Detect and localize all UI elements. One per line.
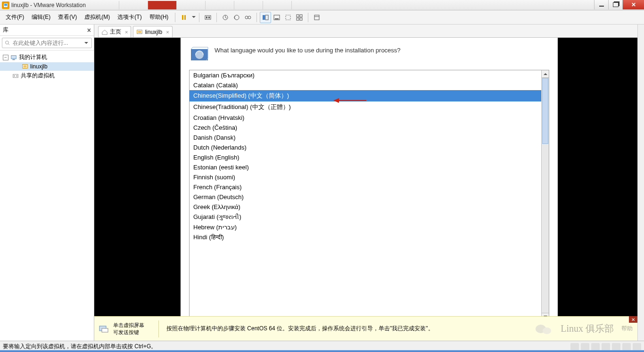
- vm-viewport[interactable]: What language would you like to use duri…: [94, 38, 644, 352]
- bg-tab: [119, 1, 148, 9]
- content-area: 主页 × linuxjlb × What language would: [94, 25, 644, 352]
- pause-button[interactable]: [178, 12, 190, 23]
- language-item[interactable]: English (English): [190, 152, 541, 162]
- fullscreen-button[interactable]: [282, 12, 294, 23]
- language-item[interactable]: Dutch (Nederlands): [190, 142, 541, 152]
- device-icon[interactable]: [570, 343, 579, 351]
- hint-close-icon[interactable]: ✕: [629, 316, 637, 323]
- svg-rect-17: [300, 15, 302, 17]
- menu-vm[interactable]: 虚拟机(M): [81, 11, 114, 23]
- tree-collapse-icon[interactable]: −: [3, 55, 8, 60]
- manage-snapshot-button[interactable]: [242, 12, 254, 23]
- language-item[interactable]: Estonian (eesti keel): [190, 162, 541, 172]
- svg-rect-19: [300, 18, 302, 20]
- tree-root[interactable]: − 我的计算机: [0, 52, 94, 62]
- installer-window: What language would you like to use duri…: [181, 38, 558, 352]
- unity-button[interactable]: [294, 12, 305, 23]
- menu-file[interactable]: 文件(F): [2, 11, 28, 23]
- scroll-thumb[interactable]: [542, 78, 548, 144]
- language-item[interactable]: Hindi (हिन्दी): [190, 232, 541, 243]
- tab-home[interactable]: 主页 ×: [98, 26, 131, 37]
- show-console-button[interactable]: [260, 12, 271, 23]
- language-scrollbar[interactable]: [541, 70, 549, 320]
- minimize-button[interactable]: [594, 0, 608, 9]
- device-icon[interactable]: [622, 343, 631, 351]
- thumbnail-view-button[interactable]: [271, 12, 282, 23]
- tree-shared-label: 共享的虚拟机: [21, 72, 55, 80]
- hint-help-label[interactable]: 帮助: [621, 325, 633, 333]
- svg-rect-5: [206, 17, 207, 18]
- separator: [158, 320, 159, 337]
- menu-help[interactable]: 帮助(H): [146, 11, 173, 23]
- svg-rect-32: [138, 31, 141, 33]
- search-box[interactable]: [2, 38, 92, 48]
- device-icon[interactable]: [602, 343, 610, 351]
- tab-home-label: 主页: [110, 28, 121, 36]
- bg-tab: [91, 1, 119, 9]
- svg-point-10: [248, 16, 251, 19]
- svg-rect-38: [102, 328, 108, 332]
- menu-tabs[interactable]: 选项卡(T): [114, 11, 145, 23]
- revert-snapshot-button[interactable]: [231, 12, 242, 23]
- language-item[interactable]: Catalan (Català): [190, 80, 541, 90]
- language-item[interactable]: Gujarati (ગુજરાતી): [190, 212, 541, 222]
- scroll-up-icon[interactable]: [542, 70, 549, 78]
- language-list-container: Bulgarian (Български)Catalan (Català)Chi…: [189, 70, 549, 321]
- power-dropdown[interactable]: [191, 15, 196, 20]
- language-item[interactable]: Greek (Ελληνικά): [190, 202, 541, 212]
- bg-tab: [234, 1, 263, 9]
- language-item[interactable]: German (Deutsch): [190, 192, 541, 202]
- language-item[interactable]: Croatian (Hrvatski): [190, 113, 541, 123]
- device-icon[interactable]: [612, 343, 620, 351]
- language-list[interactable]: Bulgarian (Български)Catalan (Català)Chi…: [190, 70, 541, 320]
- language-item[interactable]: Finnish (suomi): [190, 172, 541, 182]
- device-icon[interactable]: [633, 343, 641, 351]
- separator: [308, 13, 308, 22]
- tab-vm[interactable]: linuxjlb ×: [133, 26, 172, 37]
- vm-tree: − 我的计算机 linuxjlb 共享的虚拟机: [0, 50, 94, 83]
- library-button[interactable]: [311, 12, 322, 23]
- svg-rect-11: [263, 15, 265, 20]
- tree-shared-item[interactable]: 共享的虚拟机: [0, 71, 94, 81]
- language-item[interactable]: French (Français): [190, 182, 541, 192]
- svg-rect-16: [297, 15, 299, 17]
- tree-vm-item[interactable]: linuxjlb: [0, 62, 94, 71]
- sidebar: 库 × − 我的计算机 linuxjlb: [0, 25, 94, 352]
- vm-tab-icon: [136, 29, 143, 35]
- language-item[interactable]: Danish (Dansk): [190, 133, 541, 142]
- svg-point-29: [14, 75, 15, 76]
- sidebar-close-icon[interactable]: ×: [87, 26, 91, 34]
- menu-view[interactable]: 查看(V): [54, 11, 81, 23]
- language-item[interactable]: Hebrew (עברית): [190, 222, 541, 232]
- language-item[interactable]: Chinese(Simplified) (中文（简体）): [190, 90, 541, 101]
- tabs-row: 主页 × linuxjlb ×: [94, 25, 644, 38]
- separator: [175, 13, 175, 22]
- search-icon: [4, 40, 11, 46]
- language-item[interactable]: Bulgarian (Български): [190, 70, 541, 80]
- svg-rect-4: [205, 16, 211, 19]
- language-item[interactable]: Czech (Čeština): [190, 123, 541, 133]
- menu-edit[interactable]: 编辑(E): [28, 11, 54, 23]
- svg-rect-12: [265, 15, 268, 20]
- language-item[interactable]: Chinese(Traditional) (中文（正體）): [190, 101, 541, 113]
- outer-scrollbar[interactable]: [637, 25, 644, 341]
- tab-close-icon[interactable]: ×: [125, 29, 128, 35]
- close-button[interactable]: [622, 0, 644, 9]
- device-icon[interactable]: [591, 343, 600, 351]
- bg-tab: [263, 1, 292, 9]
- search-dropdown-icon[interactable]: [83, 41, 90, 46]
- shared-vm-icon: [12, 73, 19, 79]
- send-ctrl-alt-del-button[interactable]: [202, 12, 214, 23]
- separator: [216, 13, 217, 22]
- tab-vm-label: linuxjlb: [145, 29, 162, 35]
- tab-close-icon[interactable]: ×: [166, 29, 169, 35]
- maximize-button[interactable]: [608, 0, 622, 9]
- hint-line1: 单击虚拟屏幕: [113, 322, 151, 328]
- hint-bar: 单击虚拟屏幕 可发送按键 按照在物理计算机中的步骤安装 CentOS 64 位。…: [94, 316, 637, 341]
- svg-rect-24: [11, 55, 17, 59]
- device-icon[interactable]: [581, 343, 589, 351]
- separator: [199, 13, 199, 22]
- search-input[interactable]: [13, 40, 83, 46]
- scroll-track[interactable]: [542, 78, 549, 313]
- snapshot-button[interactable]: [220, 12, 231, 23]
